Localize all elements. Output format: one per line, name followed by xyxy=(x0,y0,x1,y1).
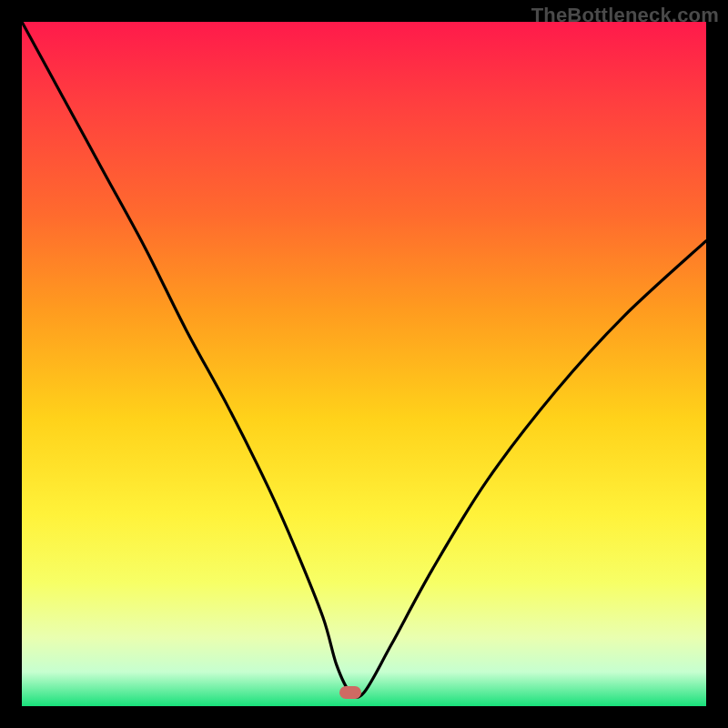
watermark-text: TheBottleneck.com xyxy=(531,4,719,27)
chart-frame: TheBottleneck.com xyxy=(0,0,728,728)
minimum-marker xyxy=(339,686,361,699)
plot-area xyxy=(22,22,706,706)
bottleneck-curve xyxy=(22,22,706,706)
